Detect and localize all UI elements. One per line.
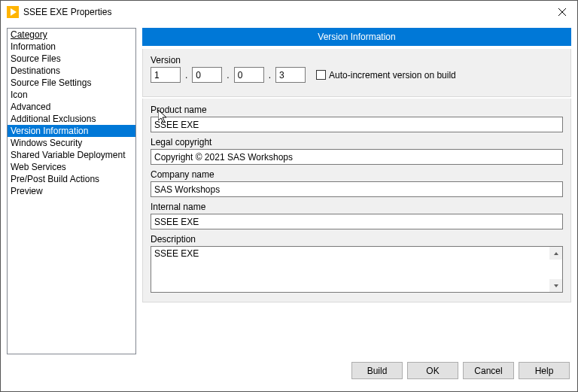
app-icon: [7, 6, 19, 18]
sidebar-item-source-files[interactable]: Source Files: [8, 53, 135, 65]
sidebar-item-version-information[interactable]: Version Information: [8, 125, 135, 137]
sidebar-item-preview[interactable]: Preview: [8, 185, 135, 197]
window-title: SSEE EXE Properties: [23, 7, 111, 17]
sidebar-item-shared-variable-deployment[interactable]: Shared Variable Deployment: [8, 149, 135, 161]
sidebar-item-information[interactable]: Information: [8, 41, 135, 53]
scroll-up-arrow[interactable]: [549, 247, 562, 260]
version-label: Version: [151, 55, 563, 65]
category-sidebar: Category Information Source Files Destin…: [7, 28, 136, 354]
section-header: Version Information: [142, 28, 571, 46]
legal-copyright-label: Legal copyright: [151, 137, 563, 147]
description-label: Description: [151, 234, 563, 245]
version-dot: .: [267, 70, 272, 81]
help-button[interactable]: Help: [519, 362, 570, 379]
cancel-button[interactable]: Cancel: [463, 362, 514, 379]
version-build-input[interactable]: [275, 67, 306, 83]
button-row: Build OK Cancel Help: [1, 357, 577, 387]
svg-marker-5: [554, 284, 558, 287]
sidebar-item-additional-exclusions[interactable]: Additional Exclusions: [8, 113, 135, 125]
company-name-label: Company name: [151, 169, 563, 180]
description-textarea[interactable]: SSEE EXE: [151, 246, 563, 293]
sidebar-header: Category: [8, 29, 135, 41]
legal-copyright-input[interactable]: [151, 149, 563, 165]
sidebar-item-destinations[interactable]: Destinations: [8, 65, 135, 77]
main-panel: Version Information Version . . . Auto-i…: [142, 28, 571, 354]
titlebar: SSEE EXE Properties: [1, 1, 577, 23]
version-dot: .: [184, 70, 189, 81]
ok-button[interactable]: OK: [407, 362, 458, 379]
auto-increment-label: Auto-increment version on build: [329, 70, 456, 81]
sidebar-item-web-services[interactable]: Web Services: [8, 161, 135, 173]
svg-marker-4: [554, 252, 558, 255]
sidebar-item-advanced[interactable]: Advanced: [8, 101, 135, 113]
version-patch-input[interactable]: [234, 67, 264, 83]
product-name-input[interactable]: [151, 117, 563, 132]
description-content: SSEE EXE: [151, 247, 562, 260]
sidebar-item-source-file-settings[interactable]: Source File Settings: [8, 77, 135, 89]
auto-increment-checkbox-wrap[interactable]: Auto-increment version on build: [316, 70, 456, 81]
build-button[interactable]: Build: [351, 362, 403, 379]
sidebar-item-windows-security[interactable]: Windows Security: [8, 137, 135, 149]
scroll-down-arrow[interactable]: [549, 279, 562, 292]
company-name-input[interactable]: [151, 181, 563, 197]
version-minor-input[interactable]: [192, 67, 222, 83]
internal-name-label: Internal name: [151, 202, 563, 212]
version-major-input[interactable]: [151, 67, 181, 83]
internal-name-input[interactable]: [151, 214, 563, 229]
version-dot: .: [225, 70, 230, 81]
sidebar-item-icon[interactable]: Icon: [8, 89, 135, 101]
sidebar-item-pre-post-build-actions[interactable]: Pre/Post Build Actions: [8, 173, 135, 185]
auto-increment-checkbox[interactable]: [316, 70, 326, 80]
close-button[interactable]: [547, 1, 577, 23]
product-name-label: Product name: [151, 105, 563, 115]
